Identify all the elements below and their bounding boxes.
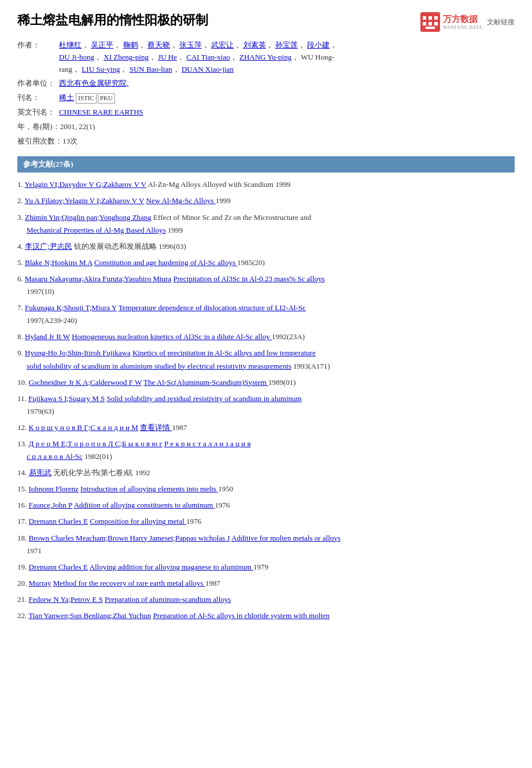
author-zhang[interactable]: 张玉萍 — [179, 41, 202, 49]
ref-title-link[interactable]: The Al-Sc(Aluminum-Scandium)System — [143, 378, 268, 387]
logo-brand: 万方数据 — [443, 14, 482, 25]
author-wu[interactable]: 吴正平 — [91, 41, 113, 49]
ref-author-link[interactable]: 李汉广;尹志民 — [25, 242, 72, 251]
ref-title-link[interactable]: Introduction of allooying elements into … — [80, 484, 218, 493]
ref-title-link[interactable]: New Al-Mg-Sc Alloys — [146, 196, 216, 205]
ref-year: 1992 — [135, 468, 150, 477]
author-du-en[interactable]: DU Ji-hong — [59, 53, 94, 61]
cited-row: 被引用次数： 13次 — [17, 135, 515, 148]
ref-author-link[interactable]: Dremann Charles E — [29, 563, 88, 571]
journal-en-value: CHINESE RARE EARTHS — [59, 106, 515, 119]
list-item: 22. Tian Yanwen;Sun Benliang;Zhai Yuchun… — [17, 609, 515, 622]
list-item: 16. Faunce,John P Addition of alloying c… — [17, 499, 515, 512]
author-cai-en[interactable]: CAI Tian-xiao — [186, 53, 230, 61]
ref-title-link[interactable]: Alloying addition for alloying maganese … — [90, 563, 253, 571]
author-ju[interactable]: 鞠鹤 — [123, 41, 138, 49]
author-liu-en[interactable]: LIU Su-ying — [82, 65, 120, 74]
list-item: 13. Д р е ц М Е;Т о р о п о в Л С;Б ы к … — [17, 438, 515, 463]
unit-link[interactable]: 西北有色金属研究院, — [59, 79, 128, 87]
ref-title-link[interactable]: Preparation of Al-Sc alloys in chloride … — [153, 611, 330, 620]
ref-title-link2[interactable]: solid solubility of scandium in aluminiu… — [27, 362, 291, 370]
list-item: 9. Hyung-Ho Jo;Shin-Itiroh Fujikawa Kine… — [17, 347, 515, 372]
ref-author-link[interactable]: Tian Yanwen;Sun Benliang;Zhai Yuchun — [28, 611, 151, 620]
ref-year: 1950 — [218, 484, 233, 493]
ref-author-link[interactable]: Fujikawa S I;Sugary M S — [28, 394, 105, 403]
ref-author-link[interactable]: 易宪武 — [29, 468, 51, 477]
ref-author-link[interactable]: К о р ш у н о в В Г;С к а н д и и М — [29, 423, 138, 432]
reference-list: 1. Yelagin VI;Davydov V G;Zakharov V V A… — [17, 178, 515, 622]
author-sun-en[interactable]: SUN Bao-lian — [130, 65, 172, 74]
ref-title-link[interactable]: Mechanical Properties of Al-Mg Based All… — [27, 226, 166, 234]
ref-title-link[interactable]: Composition for alloying metal — [90, 517, 186, 526]
ref-title-link[interactable]: Constitution and age hardening of Al-Sc … — [94, 258, 237, 267]
ref-title-cont: solid solubility of scandium in aluminiu… — [17, 362, 330, 370]
ref-year: 1979 — [253, 563, 268, 571]
ref-title-link[interactable]: Temperature dependence of dislocation st… — [119, 303, 306, 312]
ref-title-link[interactable]: Solid solubility and residual resistivit… — [106, 394, 301, 403]
list-item: 5. Blake N;Hopkins M A Constitution and … — [17, 256, 515, 269]
ref-title-link[interactable]: Kinetics of precipitation in Al-Sc alloy… — [132, 348, 316, 357]
author-sun[interactable]: 孙宝莲 — [275, 41, 298, 49]
ref-title-link[interactable]: Precipitation of Al3Sc in Al-0.23 mass% … — [173, 274, 324, 283]
ref-author-link[interactable]: Faunce,John P — [29, 501, 72, 509]
ref-author-link[interactable]: Fukunaga K;Shouji T;Miura Y — [25, 303, 117, 312]
ref-detail-link[interactable]: 查看详情 — [140, 423, 172, 432]
list-item: 10. Gschneidner Jr K A;Calderwood F W Th… — [17, 376, 515, 389]
page-header: 稀土熔盐电解用的惰性阳极的研制 万方数据 WANFANG DATA 文献链接 — [17, 12, 515, 32]
ref-author-link[interactable]: Yelagin VI;Davydov V G;Zakharov V V — [25, 180, 146, 189]
author-du[interactable]: 杜继红 — [59, 41, 82, 49]
meta-table: 作者： 杜继红， 吴正平， 鞠鹤， 蔡天晓， 张玉萍， 武宏让， 刘素英， 孙宝… — [17, 39, 515, 147]
ref-title-link[interactable]: Addition of alloying constituents to alu… — [73, 501, 215, 509]
ref-title: Al-Zn-Mg Alloys Alloyed with Scandium — [148, 180, 276, 189]
authors-en-line2: rang， LIU Su-ying， SUN Bao-lian， DUAN Xi… — [59, 65, 234, 74]
ref-author-link[interactable]: Yu A Filatov;Yelagin V I;Zakharov V V — [25, 196, 145, 205]
ref-title: 无机化学丛书(第七卷)钪 — [53, 468, 135, 477]
ref-year: 1996(03) — [158, 242, 186, 251]
list-item: 4. 李汉广;尹志民 钪的发展动态和发展战略 1996(03) — [17, 240, 515, 253]
author-duan-en[interactable]: DUAN Xiao-jian — [182, 65, 234, 74]
ref-year-cont: 1997(A239-240) — [17, 316, 77, 325]
ref-author-link[interactable]: Hyland Jr R W — [25, 332, 70, 341]
author-cai[interactable]: 蔡天晓 — [147, 41, 170, 49]
pku-badge: PKU — [98, 93, 115, 103]
ref-author-link[interactable]: Blake N;Hopkins M A — [25, 258, 93, 267]
references-section-header: 参考文献(27条) — [17, 156, 515, 172]
ref-title-link[interactable]: Homogeneous nucleation kinetics of Al3Sc… — [72, 332, 272, 341]
author-duan[interactable]: 段小建 — [307, 41, 330, 49]
journal-value: 稀土 ISTIC PKU — [59, 92, 515, 104]
logo-text-area: 万方数据 WANFANG DATA — [443, 14, 482, 30]
ref-author-link[interactable]: Hyung-Ho Jo;Shin-Itiroh Fujikawa — [25, 348, 131, 357]
author-zhang-en[interactable]: ZHANG Yu-ping — [239, 53, 291, 61]
journal-en-label: 英文刊名： — [17, 106, 59, 119]
list-item: 12. К о р ш у н о в В Г;С к а н д и и М … — [17, 421, 515, 434]
authors-cn-line: 杜继红， 吴正平， 鞠鹤， 蔡天晓， 张玉萍， 武宏让， 刘素英， 孙宝莲， 段… — [59, 41, 337, 49]
ref-author-link[interactable]: Zhimin Yin;Qinglin pan;Yonghong Zhang — [25, 213, 152, 222]
authors-en-line1: DU Ji-hong， XI Zheng-ping， JU He， CAI Ti… — [59, 53, 334, 61]
authors-value: 杜继红， 吴正平， 鞠鹤， 蔡天晓， 张玉萍， 武宏让， 刘素英， 孙宝莲， 段… — [59, 39, 515, 75]
ref-year-cont: 1971 — [17, 546, 42, 555]
ref-title-link[interactable]: Р е к р и с т а л л и з а ц и я — [164, 439, 250, 448]
ref-title-link2[interactable]: с ц л а в о в Al-Sc — [27, 452, 83, 461]
ref-author-link[interactable]: Brown Charles Meacham;Brown Harry Jamese… — [29, 534, 230, 542]
ref-author-link[interactable]: Iohnonn Florenz — [29, 484, 79, 493]
ref-title: 钪的发展动态和发展战略 — [74, 242, 158, 251]
author-wh[interactable]: 武宏让 — [211, 41, 234, 49]
author-xi-en[interactable]: XI Zheng-ping — [104, 53, 149, 61]
cited-value: 13次 — [62, 135, 515, 148]
ref-title-link[interactable]: Additive for molten metals or alloys — [231, 534, 341, 542]
ref-author-link[interactable]: Murray — [29, 579, 51, 587]
ref-author-link[interactable]: Dremann Charles E — [29, 517, 88, 526]
ref-author-link[interactable]: Д р е ц М Е;Т о р о п о в Л С;Б ы к о в … — [29, 439, 162, 448]
unit-row: 作者单位： 西北有色金属研究院, — [17, 78, 515, 90]
ref-author-link[interactable]: Gschneidner Jr K A;Calderwood F W — [29, 378, 142, 387]
ref-title-link[interactable]: Preparation of aluminum-scandium alloys — [105, 595, 231, 604]
journal-en-link[interactable]: CHINESE RARE EARTHS — [59, 108, 143, 116]
ref-author-link[interactable]: Masaru Nakayama;Akira Furuta;Yasuhiro Mi… — [25, 274, 171, 283]
wanfang-icon — [420, 12, 441, 32]
ref-author-link[interactable]: Fedorw N Ya;Petrov E S — [29, 595, 103, 604]
ref-title-link[interactable]: Method for the recovery of rare earth me… — [53, 579, 205, 587]
author-ju-en[interactable]: JU He — [158, 53, 177, 61]
author-liu[interactable]: 刘素英 — [243, 41, 266, 49]
ref-title-cont: Mechanical Properties of Al-Mg Based All… — [17, 226, 183, 234]
journal-cn-link[interactable]: 稀土 — [59, 93, 74, 102]
